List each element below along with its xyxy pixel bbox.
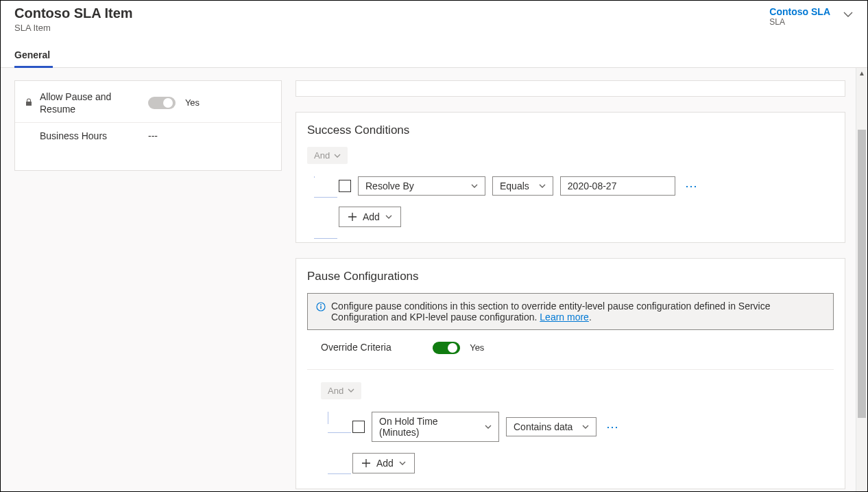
chevron-down-icon xyxy=(539,183,546,189)
pause-add-button[interactable]: Add xyxy=(352,453,415,473)
svg-point-1 xyxy=(320,304,322,305)
info-icon xyxy=(316,302,326,323)
chevron-down-icon xyxy=(471,183,478,189)
previous-section-stub xyxy=(296,80,845,97)
page-header: Contoso SLA Item SLA Item Contoso SLA SL… xyxy=(1,1,867,33)
success-add-button[interactable]: Add xyxy=(339,207,401,227)
related-record-type: SLA xyxy=(769,17,830,27)
header-expand-button[interactable] xyxy=(843,9,854,23)
allow-pause-resume-value: Yes xyxy=(185,97,200,108)
row-more-button[interactable]: ⋯ xyxy=(603,421,623,433)
condition-row-checkbox[interactable] xyxy=(352,421,365,433)
pause-configurations-card: Pause Configurations Configure pause con… xyxy=(296,258,845,489)
chevron-down-icon xyxy=(582,423,589,430)
plus-icon xyxy=(348,212,357,222)
business-hours-row[interactable]: Business Hours --- xyxy=(15,123,281,149)
tab-bar: General xyxy=(1,45,867,68)
page-title: Contoso SLA Item xyxy=(14,5,133,21)
business-hours-label: Business Hours xyxy=(40,130,143,142)
lock-icon xyxy=(25,98,34,108)
business-hours-value: --- xyxy=(148,130,158,141)
chevron-down-icon xyxy=(399,460,406,467)
override-criteria-toggle[interactable] xyxy=(433,342,460,354)
success-operator-select[interactable]: Equals xyxy=(492,176,553,196)
pause-configurations-title: Pause Configurations xyxy=(307,270,834,283)
tab-general[interactable]: General xyxy=(14,45,50,67)
related-record-link[interactable]: Contoso SLA xyxy=(769,6,830,17)
override-criteria-row: Override Criteria Yes xyxy=(307,341,834,354)
entity-type-label: SLA Item xyxy=(14,23,133,33)
pause-condition-row: On Hold Time (Minutes) Contains data ⋯ xyxy=(352,412,834,442)
chevron-down-icon xyxy=(334,152,341,159)
success-value-input[interactable]: 2020-08-27 xyxy=(560,176,675,196)
pause-field-select[interactable]: On Hold Time (Minutes) xyxy=(372,412,499,442)
allow-pause-resume-label: Allow Pause and Resume xyxy=(40,91,143,115)
learn-more-link[interactable]: Learn more xyxy=(540,312,589,323)
pause-group-operator[interactable]: And xyxy=(321,382,361,399)
chevron-down-icon xyxy=(485,423,492,430)
pause-operator-select[interactable]: Contains data xyxy=(506,417,596,436)
vertical-scrollbar[interactable]: ▲ xyxy=(856,68,867,491)
properties-card: Allow Pause and Resume Yes Business Hour… xyxy=(14,80,282,171)
override-criteria-value: Yes xyxy=(470,342,484,353)
success-group-operator[interactable]: And xyxy=(307,147,348,164)
success-field-select[interactable]: Resolve By xyxy=(358,176,485,196)
condition-row-checkbox[interactable] xyxy=(339,180,351,192)
row-more-button[interactable]: ⋯ xyxy=(682,180,701,192)
success-conditions-card: Success Conditions And Resolve By xyxy=(296,112,845,243)
chevron-down-icon xyxy=(385,213,392,220)
success-conditions-title: Success Conditions xyxy=(307,124,834,137)
override-criteria-label: Override Criteria xyxy=(321,342,391,353)
pause-info-banner: Configure pause conditions in this secti… xyxy=(307,293,834,330)
allow-pause-resume-row: Allow Pause and Resume Yes xyxy=(15,84,281,123)
scroll-up-arrow[interactable]: ▲ xyxy=(858,69,865,77)
plus-icon xyxy=(361,458,371,468)
allow-pause-resume-toggle[interactable] xyxy=(148,97,176,109)
chevron-down-icon xyxy=(348,387,354,394)
scrollbar-thumb[interactable] xyxy=(858,130,866,418)
success-condition-row: Resolve By Equals 2020-08-27 ⋯ xyxy=(339,176,834,196)
pause-info-text: Configure pause conditions in this secti… xyxy=(331,301,825,323)
svg-rect-2 xyxy=(320,306,321,309)
